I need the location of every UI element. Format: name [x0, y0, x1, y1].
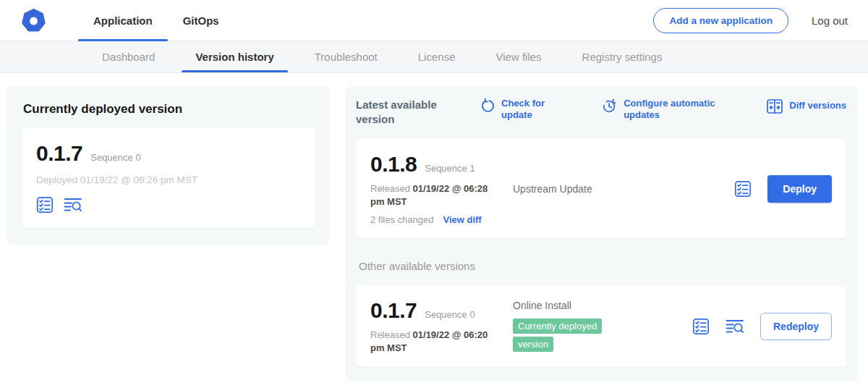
other-released-timestamp: Released 01/19/22 @ 06:20 pm MST	[370, 329, 498, 354]
preflight-checks-icon[interactable]	[36, 196, 54, 214]
subnav-license-label: License	[418, 51, 456, 63]
view-diff-link[interactable]: View diff	[443, 214, 481, 225]
subnav-tab-registry-settings[interactable]: Registry settings	[566, 41, 679, 72]
refresh-icon	[480, 98, 495, 114]
top-nav: Application GitOps	[78, 0, 234, 41]
kots-admin-console: Application GitOps Add a new application…	[0, 0, 868, 388]
subnav-tab-troubleshoot[interactable]: Troubleshoot	[298, 41, 394, 72]
diff-versions-label: Diff versions	[789, 100, 846, 111]
tab-gitops[interactable]: GitOps	[168, 0, 234, 41]
other-version-info: 0.1.7 Sequence 0 Released 01/19/22 @ 06:…	[370, 298, 513, 354]
other-version-card: 0.1.7 Sequence 0 Released 01/19/22 @ 06:…	[356, 285, 846, 367]
latest-version-row: 0.1.8 Sequence 1	[370, 152, 513, 177]
configure-automatic-updates-link[interactable]: Configure automatic updates	[602, 98, 719, 120]
tab-gitops-label: GitOps	[183, 14, 219, 27]
deploy-logs-icon[interactable]	[726, 318, 744, 335]
currently-deployed-badge: Currently deployed version	[513, 319, 602, 353]
diff-versions-icon	[766, 98, 783, 115]
available-versions-panel: Latest available version Check for updat…	[346, 86, 858, 381]
other-sequence: Sequence 0	[425, 309, 475, 320]
latest-version-card: 0.1.8 Sequence 1 Released 01/19/22 @ 06:…	[356, 139, 846, 238]
subnav-tab-version-history[interactable]: Version history	[179, 41, 290, 72]
heptagon-logo-glyph	[22, 9, 46, 33]
currently-deployed-panel: Currently deployed version 0.1.7 Sequenc…	[7, 86, 330, 245]
released-prefix: Released	[370, 183, 410, 194]
other-version-actions: Redeploy	[692, 313, 832, 340]
latest-version-title: Latest available version	[356, 98, 450, 126]
deploy-logs-icon[interactable]	[64, 196, 82, 214]
deployed-sequence: Sequence 0	[90, 152, 140, 163]
other-version-source: Online Install Currently deployed versio…	[513, 300, 692, 353]
add-application-button[interactable]: Add a new application	[653, 8, 788, 33]
subnav-tab-license[interactable]: License	[401, 41, 472, 72]
preflight-checks-icon[interactable]	[692, 318, 710, 335]
latest-version-header: Latest available version Check for updat…	[356, 98, 846, 126]
version-history-page: Currently deployed version 0.1.7 Sequenc…	[0, 73, 868, 381]
deploy-button[interactable]: Deploy	[767, 175, 832, 203]
auto-update-clock-icon	[602, 98, 618, 114]
preflight-checks-icon[interactable]	[734, 180, 752, 198]
latest-sequence: Sequence 1	[425, 163, 475, 174]
deployed-actions	[36, 196, 301, 214]
currently-deployed-badge-wrap: Currently deployed version	[513, 316, 623, 353]
subnav-registry-settings-label: Registry settings	[582, 51, 663, 63]
tab-application-label: Application	[93, 14, 153, 27]
latest-version-actions: Deploy	[734, 175, 832, 203]
deployed-timestamp: Deployed 01/19/22 @ 06:26 pm MST	[36, 174, 301, 185]
upstream-update-label: Upstream Update	[513, 183, 734, 195]
latest-version-number: 0.1.8	[370, 152, 417, 177]
topbar: Application GitOps Add a new application…	[0, 0, 868, 41]
deployed-version-card: 0.1.7 Sequence 0 Deployed 01/19/22 @ 06:…	[22, 128, 315, 228]
subnav-tab-view-files[interactable]: View files	[479, 41, 558, 72]
latest-version-info: 0.1.8 Sequence 1 Released 01/19/22 @ 06:…	[370, 152, 513, 225]
subnav-view-files-label: View files	[495, 51, 541, 63]
version-actions: Check for update Configure automatic upd…	[480, 98, 846, 120]
latest-version-source: Upstream Update	[513, 183, 734, 195]
other-version-row: 0.1.7 Sequence 0	[370, 298, 513, 323]
deployed-version-number: 0.1.7	[36, 141, 82, 166]
tab-application[interactable]: Application	[78, 0, 168, 41]
subnav-troubleshoot-label: Troubleshoot	[315, 51, 378, 63]
online-install-label: Online Install	[513, 300, 692, 311]
topbar-right: Add a new application Log out	[653, 8, 848, 33]
app-logo-icon[interactable]	[22, 8, 46, 33]
check-for-update-link[interactable]: Check for update	[480, 98, 555, 120]
released-prefix: Released	[370, 329, 410, 340]
currently-deployed-title: Currently deployed version	[23, 102, 315, 117]
other-versions-title: Other available versions	[359, 260, 846, 272]
subnav-version-history-label: Version history	[195, 51, 273, 63]
latest-released-timestamp: Released 01/19/22 @ 06:28 pm MST	[370, 182, 498, 208]
files-changed-count: 2 files changed	[370, 214, 433, 225]
other-version-number: 0.1.7	[370, 298, 417, 323]
redeploy-button[interactable]: Redeploy	[760, 313, 832, 340]
deployed-version-row: 0.1.7 Sequence 0	[36, 141, 301, 166]
check-for-update-label: Check for update	[501, 98, 555, 120]
diff-versions-link[interactable]: Diff versions	[766, 98, 846, 120]
subnav-tab-dashboard[interactable]: Dashboard	[85, 41, 171, 72]
logout-link[interactable]: Log out	[812, 14, 848, 27]
app-subnav: Dashboard Version history Troubleshoot L…	[0, 41, 868, 73]
files-changed-row: 2 files changed View diff	[370, 214, 513, 225]
configure-automatic-updates-label: Configure automatic updates	[624, 98, 719, 120]
subnav-dashboard-label: Dashboard	[102, 51, 155, 63]
